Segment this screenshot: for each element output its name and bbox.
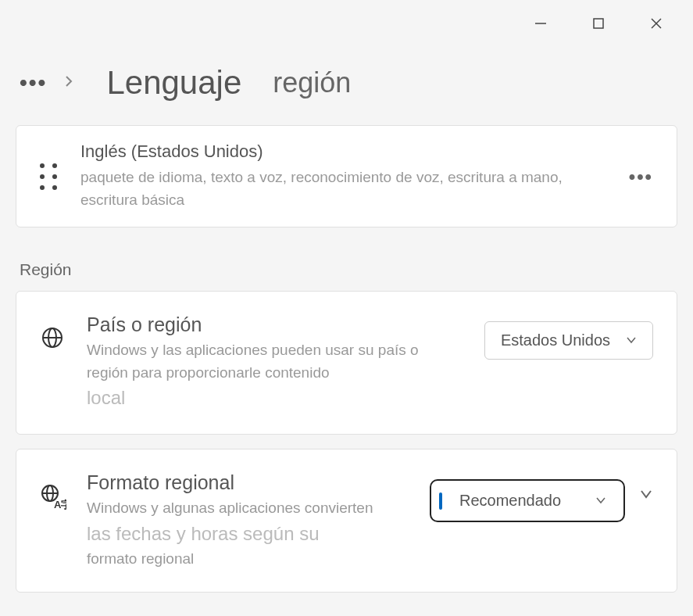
- language-item-body: Inglés (Estados Unidos) paquete de idiom…: [80, 141, 605, 211]
- format-dropdown-value: Recomendado: [459, 492, 561, 510]
- chevron-down-icon: [626, 331, 637, 349]
- more-options-icon[interactable]: •••: [629, 166, 653, 188]
- language-item[interactable]: Inglés (Estados Unidos) paquete de idiom…: [16, 125, 677, 227]
- breadcrumb: ••• Lenguaje región: [0, 41, 693, 125]
- chevron-right-icon: [63, 75, 75, 91]
- expand-chevron-icon[interactable]: [639, 487, 653, 504]
- breadcrumb-more-icon[interactable]: •••: [20, 70, 47, 95]
- page-title: Lenguaje: [106, 64, 241, 102]
- maximize-button[interactable]: [589, 14, 608, 33]
- language-features: paquete de idioma, texto a voz, reconoci…: [80, 167, 605, 211]
- country-dropdown-value: Estados Unidos: [501, 331, 610, 349]
- country-region-body: País o región Windows y las aplicaciones…: [87, 313, 463, 412]
- svg-text:A字: A字: [54, 499, 66, 510]
- drag-handle-icon[interactable]: [40, 163, 57, 190]
- regional-format-body: Formato regional Windows y algunas aplic…: [87, 471, 408, 570]
- region-section-label: Región: [16, 245, 677, 291]
- language-name: Inglés (Estados Unidos): [80, 141, 605, 162]
- regional-format-title: Formato regional: [87, 471, 408, 494]
- regional-format-desc3: formato regional: [87, 548, 408, 571]
- window-controls: [0, 0, 693, 41]
- close-button[interactable]: [647, 14, 666, 33]
- format-dropdown[interactable]: Recomendado: [430, 479, 625, 522]
- globe-translate-icon: A字: [40, 483, 65, 508]
- chevron-down-icon: [595, 492, 606, 510]
- country-region-title: País o región: [87, 313, 463, 336]
- country-dropdown[interactable]: Estados Unidos: [484, 321, 653, 360]
- svg-rect-1: [594, 19, 603, 28]
- country-region-card: País o región Windows y las aplicaciones…: [16, 291, 677, 435]
- country-region-desc-local: local: [87, 384, 463, 412]
- page-subtitle: región: [273, 66, 351, 99]
- country-region-desc: Windows y las aplicaciones pueden usar s…: [87, 339, 463, 384]
- regional-format-desc2: las fechas y horas según su: [87, 520, 408, 548]
- regional-format-desc1: Windows y algunas aplicaciones convierte…: [87, 497, 408, 520]
- minimize-button[interactable]: [531, 14, 550, 33]
- globe-icon: [40, 325, 65, 350]
- regional-format-card: A字 Formato regional Windows y algunas ap…: [16, 449, 677, 593]
